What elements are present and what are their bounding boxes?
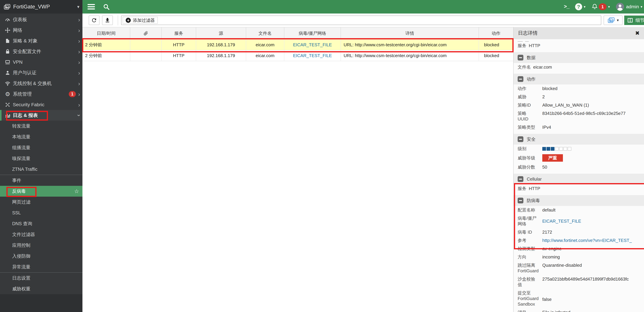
refresh-button[interactable] <box>89 16 100 25</box>
panel-title: 日志详情 <box>518 30 538 36</box>
policy-icon <box>4 38 12 44</box>
sidebar-item-network[interactable]: 网络 › <box>0 25 82 36</box>
collapse-minus-icon <box>518 76 524 82</box>
sidebar-item-events[interactable]: 事件 <box>0 175 82 186</box>
bell-icon <box>591 4 598 10</box>
sidebar-item-web-filter[interactable]: 网页过滤 <box>0 197 82 208</box>
refresh-icon <box>91 17 97 23</box>
col-header-virus[interactable]: 病毒/僵尸网络 <box>284 27 341 39</box>
col-header-service[interactable]: 服务 <box>162 27 196 39</box>
detail-row-policy-uuid: 策略 UUID 8341b266-64b5-51ed-98c5-c69c10e2… <box>514 109 644 123</box>
details-toggle-button[interactable]: 细节 <box>624 16 644 25</box>
sidebar-item-vpn[interactable]: VPN › <box>0 57 82 68</box>
sidebar-item-system[interactable]: ⚙ 系统管理 1 › <box>0 89 82 99</box>
sidebar-item-dns-query[interactable]: DNS 查询 <box>0 218 82 229</box>
severity-badge: 严重 <box>542 154 563 162</box>
log-report-submenu: 转发流量 本地流量 组播流量 嗅探流量 ZTNA Traffic 事件 反病毒 … <box>0 120 82 294</box>
detail-row-policy-id: 策略ID Allow_LAN_to_WAN (1) <box>514 101 644 109</box>
detail-row-detection-type: 检测类型 av-engine <box>514 244 644 253</box>
table-row[interactable]: 2 分钟前 HTTP 192.168.1.179 eicar.com EICAR… <box>82 40 513 50</box>
chevron-right-icon: › <box>78 49 80 54</box>
sidebar-item-log-report[interactable]: 日志 & 报表 › <box>0 110 82 120</box>
detail-row-message: 消息 File is infected. <box>514 308 644 312</box>
notifications-menu[interactable]: 1 ▾ <box>591 4 610 10</box>
sidebar-item-ssl[interactable]: SSL <box>0 208 82 218</box>
view-mode-button[interactable]: ▾ <box>604 16 622 25</box>
chevron-right-icon: › <box>78 80 80 86</box>
sidebar-item-ips[interactable]: 入侵防御 <box>0 251 82 262</box>
action-cell: blocked <box>479 40 513 50</box>
system-alert-badge: 1 <box>69 91 76 97</box>
sidebar-item-dashboard[interactable]: 仪表板 › <box>0 14 82 25</box>
virus-link[interactable]: EICAR_TEST_FILE <box>293 42 332 48</box>
detail-row-direction: 方向 incoming <box>514 253 644 261</box>
sidebar-item-file-filter[interactable]: 文件过滤器 <box>0 229 82 240</box>
search-icon[interactable] <box>103 3 110 10</box>
col-header-details[interactable]: 详情 <box>341 27 479 39</box>
menu-icon[interactable] <box>88 4 95 10</box>
sidebar-item-antivirus[interactable]: 反病毒 ☆ <box>0 186 82 197</box>
sidebar-item-ztna-traffic[interactable]: ZTNA Traffic <box>0 164 82 175</box>
chevron-right-icon: › <box>78 70 80 76</box>
sidebar-item-policy-objects[interactable]: 策略 & 对象 › <box>0 36 82 46</box>
chevron-right-icon: › <box>78 59 80 65</box>
avatar <box>616 2 624 11</box>
sidebar-footer <box>0 294 82 312</box>
collapse-minus-icon <box>518 55 524 60</box>
detail-row-quarantine-skip: 跳过隔离 FortiGuard Quarantine-disabled <box>514 261 644 275</box>
filter-input[interactable]: + 添加过滤器 <box>121 16 601 25</box>
sidebar-item-local-traffic[interactable]: 本地流量 <box>0 132 82 142</box>
detail-row-profile-name: 配置名称 default <box>514 206 644 214</box>
table-row[interactable]: 2 分钟前 HTTP 192.168.1.179 eicar.com EICAR… <box>82 50 513 61</box>
star-icon[interactable]: ☆ <box>74 188 79 194</box>
sidebar-item-wifi-switch[interactable]: 无线控制 & 交换机 › <box>0 78 82 89</box>
virus-link[interactable]: EICAR_TEST_FILE <box>542 218 581 224</box>
user-menu[interactable]: admin ▾ <box>616 2 642 11</box>
sidebar-item-threat-weight[interactable]: 威胁权重 <box>0 284 82 294</box>
threat-level-bar <box>542 147 640 151</box>
section-antivirus[interactable]: 防病毒 <box>514 195 644 206</box>
col-header-action[interactable]: 动作 <box>479 27 513 39</box>
fabric-icon <box>4 102 12 108</box>
log-toolbar: + 添加过滤器 ▾ 细节 <box>82 14 644 27</box>
section-data[interactable]: 数据 <box>514 52 644 63</box>
detail-row-filename: 文件名 eicar.com <box>514 63 644 71</box>
download-button[interactable] <box>102 16 113 25</box>
virus-link[interactable]: EICAR_TEST_FILE <box>293 53 332 58</box>
detail-row-reference: 参考 http://www.fortinet.com/ve?vn=EICAR_T… <box>514 236 644 244</box>
sidebar-item-security-profiles[interactable]: 安全配置文件 › <box>0 46 82 57</box>
details-label: 细节 <box>636 17 644 23</box>
help-menu[interactable]: ? ▾ <box>575 3 586 10</box>
detail-row-level: 级别 <box>514 144 644 153</box>
detail-row-threat-level: 威胁等级 严重 <box>514 153 644 163</box>
sidebar-item-multicast-traffic[interactable]: 组播流量 <box>0 142 82 153</box>
lock-icon <box>4 49 12 54</box>
sidebar-item-anomaly[interactable]: 异常流量 <box>0 262 82 272</box>
sidebar-item-app-control[interactable]: 应用控制 <box>0 240 82 251</box>
sidebar-item-forward-traffic[interactable]: 转发流量 <box>0 120 82 132</box>
wifi-icon <box>4 80 12 86</box>
col-header-source[interactable]: 源 <box>196 27 246 39</box>
help-icon: ? <box>575 3 582 10</box>
sidebar-item-log-settings[interactable]: 日志设置 <box>0 273 82 284</box>
plus-circle-icon: + <box>126 18 131 23</box>
col-header-filename[interactable]: 文件名 <box>246 27 284 39</box>
col-header-attachment[interactable] <box>130 27 162 39</box>
add-filter-button[interactable]: + 添加过滤器 <box>123 17 158 24</box>
sidebar-item-sniffer-traffic[interactable]: 嗅探流量 <box>0 153 82 164</box>
cli-console-icon[interactable]: >_ <box>564 4 569 10</box>
section-security[interactable]: 安全 <box>514 134 644 144</box>
section-action[interactable]: 动作 <box>514 74 644 84</box>
topbar-actions: >_ ? ▾ 1 ▾ admin ▾ <box>564 2 642 11</box>
sidebar-item-user-auth[interactable]: 用户与认证 › <box>0 68 82 78</box>
detail-row-policy-type: 策略类型 IPv4 <box>514 123 644 132</box>
detail-row-sandbox-checksum: 沙盒校验值 275a021bbfb6489e54d471899f7db9d166… <box>514 275 644 289</box>
device-selector[interactable]: FortiGate_VWP ▾ <box>0 0 82 14</box>
section-cellular[interactable]: Cellular <box>514 174 644 184</box>
sidebar-item-security-fabric[interactable]: Security Fabric › <box>0 99 82 110</box>
close-icon[interactable]: ✖ <box>635 30 640 36</box>
detail-row-threat: 威胁 2 <box>514 93 644 101</box>
col-header-datetime[interactable]: 日期/时间 <box>82 27 130 39</box>
add-filter-label: 添加过滤器 <box>133 18 155 23</box>
reference-link[interactable]: http://www.fortinet.com/ve?vn=EICAR_TEST… <box>542 238 640 243</box>
